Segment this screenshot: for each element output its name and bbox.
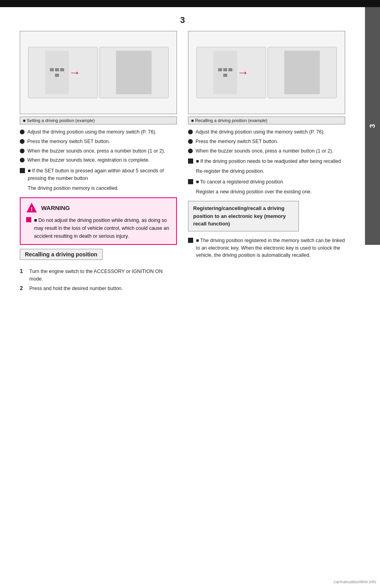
section1-header-text: ■ If the SET button is pressed again wit… (28, 167, 177, 182)
warning-body-text: ■ Do not adjust the driving position whi… (34, 216, 171, 240)
right-section2-header-text: ■ To cancel a registered driving positio… (196, 178, 283, 186)
right-panel-interior (99, 47, 169, 98)
warning-header: ! WARNING (26, 202, 171, 213)
step-2-text: Press and hold the desired number button… (29, 285, 123, 292)
bullet-icon (20, 149, 25, 153)
bullet-icon (188, 130, 193, 134)
step-2: 2 Press and hold the desired number butt… (20, 285, 177, 292)
numbered-steps: 1 Turn the engine switch to the ACCESSOR… (20, 268, 177, 292)
two-column-layout: → ■ Setting a driving position (example)… (20, 31, 345, 294)
warning-box: ! WARNING ■ Do not adjust the driving po… (20, 197, 177, 245)
bullet-icon (188, 149, 193, 153)
warning-triangle-icon: ! (26, 202, 37, 213)
right-sidebar: 3 (365, 7, 380, 245)
square-marker-r3 (188, 238, 193, 243)
left-column: → ■ Setting a driving position (example)… (20, 31, 177, 294)
right-left-panel-buttons: → (196, 47, 266, 98)
bullet-text-4: When the buzzer sounds twice, registrati… (27, 157, 150, 164)
right-bullet-text-3: When the buzzer sounds once, press a num… (196, 147, 333, 155)
right-section3-body-text: ■ The driving position registered in the… (196, 237, 345, 259)
bullet-icon (20, 130, 25, 134)
list-item: When the buzzer sounds twice, registrati… (20, 157, 177, 164)
square-marker-r1 (188, 158, 193, 164)
list-item: Adjust the driving position using the me… (188, 128, 345, 136)
right-bullet-text-2: Press the memory switch SET button. (196, 138, 278, 145)
square-marker-r2 (188, 179, 193, 184)
arrow-icon-left: → (69, 66, 81, 79)
bullet-text-1: Adjust the driving position using the me… (27, 128, 156, 136)
left-section1-header: ■ If the SET button is pressed again wit… (20, 167, 177, 182)
left-illustration: → (20, 31, 177, 114)
square-marker (20, 168, 25, 173)
warning-square-icon (26, 217, 31, 222)
right-bullet-text-1: Adjust the driving position using the me… (196, 128, 325, 136)
left-illus-caption: ■ Setting a driving position (example) (20, 116, 177, 124)
right-bullet-section: Adjust the driving position using the me… (188, 128, 345, 155)
step-1-number: 1 (20, 268, 26, 274)
section1-body: The driving position memory is cancelled… (20, 185, 177, 192)
arrow-icon-right: → (237, 66, 249, 79)
page-number: 3 (20, 15, 345, 25)
right-section1-header-text: ■ If the driving position needs to be re… (196, 158, 341, 165)
step-1-text: Turn the engine switch to the ACCESSORY … (29, 268, 177, 283)
left-bullet-section: Adjust the driving position using the me… (20, 128, 177, 164)
register-box-title-text: Registering/canceling/recall a driving p… (193, 205, 286, 227)
right-section2-body: Register a new driving position over the… (188, 188, 345, 196)
step-2-number: 2 (20, 285, 26, 291)
recall-title-text: Recalling a driving position (25, 251, 97, 258)
watermark: carmanualsonline.info (334, 579, 376, 584)
left-panel-buttons: → (28, 47, 98, 98)
register-cancel-recall-box: Registering/canceling/recall a driving p… (188, 201, 299, 231)
main-content: 3 (0, 7, 365, 309)
list-item: Adjust the driving position using the me… (20, 128, 177, 136)
right-illustration: → (188, 31, 345, 114)
warning-content: ■ Do not adjust the driving position whi… (26, 216, 171, 240)
bullet-icon (188, 139, 193, 144)
right-section3-header: ■ The driving position registered in the… (188, 237, 345, 259)
right-section1-body: Re-register the driving position. (188, 168, 345, 175)
right-illus-caption: ■ Recalling a driving position (example) (188, 116, 345, 124)
bullet-text-2: Press the memory switch SET button. (27, 138, 110, 145)
recall-driving-position-box: Recalling a driving position (20, 249, 103, 260)
bullet-icon (20, 158, 25, 162)
list-item: When the buzzer sounds once, press a num… (20, 147, 177, 155)
right-right-panel-interior (268, 47, 337, 98)
list-item: Press the memory switch SET button. (20, 138, 177, 145)
right-column: → ■ Recalling a driving position (exampl… (188, 31, 345, 294)
step-1: 1 Turn the engine switch to the ACCESSOR… (20, 268, 177, 283)
right-section2-header: ■ To cancel a registered driving positio… (188, 178, 345, 186)
list-item: When the buzzer sounds once, press a num… (188, 147, 345, 155)
warning-title-text: WARNING (41, 204, 70, 211)
bullet-icon (20, 139, 25, 144)
list-item: Press the memory switch SET button. (188, 138, 345, 145)
sidebar-chapter-number: 3 (369, 124, 377, 128)
bullet-text-3: When the buzzer sounds once, press a num… (27, 147, 165, 155)
right-section1-header: ■ If the driving position needs to be re… (188, 158, 345, 165)
top-bar (0, 0, 380, 7)
svg-text:!: ! (31, 206, 33, 212)
